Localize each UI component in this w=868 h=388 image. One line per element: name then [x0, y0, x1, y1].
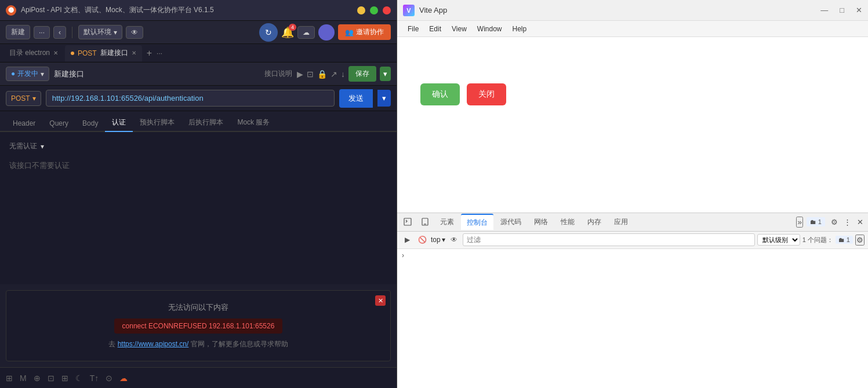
status-icon-settings[interactable]: ⊙ — [106, 374, 112, 383]
vite-close-button[interactable]: ✕ — [856, 6, 862, 14]
console-chevron[interactable]: › — [402, 251, 404, 259]
menu-view[interactable]: View — [447, 23, 471, 35]
devtools-tabs: 元素 控制台 源代码 网络 性能 内存 应用 — [397, 213, 868, 232]
vite-title-bar: V Vite App — □ ✕ — [397, 0, 868, 21]
window-controls — [357, 6, 391, 14]
close-button[interactable] — [383, 6, 391, 14]
tab-mock[interactable]: Mock 服务 — [230, 114, 277, 132]
vite-minimize-button[interactable]: — — [820, 6, 828, 14]
console-eye-button[interactable]: 👁 — [448, 233, 460, 246]
devtools-inspect-button[interactable] — [400, 214, 416, 230]
add-tab-button[interactable]: + — [143, 48, 155, 58]
vite-window: V Vite App — □ ✕ File Edit View Window H… — [397, 0, 868, 388]
status-icon-4[interactable]: ⊡ — [48, 374, 55, 383]
devtools-more-button[interactable]: ⋮ — [841, 218, 854, 226]
menu-help[interactable]: Help — [508, 23, 532, 35]
devtools-tab-console[interactable]: 控制台 — [461, 214, 493, 230]
tab-pre-script[interactable]: 预执行脚本 — [133, 114, 181, 132]
no-auth-description: 该接口不需要认证 — [9, 160, 387, 171]
cloud-button[interactable]: ☁ — [297, 26, 315, 39]
tab-electron-close[interactable]: ✕ — [53, 50, 58, 56]
close-app-button[interactable]: 关闭 — [467, 83, 506, 105]
menu-file[interactable]: File — [403, 23, 423, 35]
url-bar: POST ▾ 发送 ▾ — [0, 86, 397, 111]
devtools-settings-button[interactable]: ⚙ — [829, 218, 840, 226]
devtools-content: › — [397, 249, 868, 389]
more-button[interactable]: ··· — [34, 26, 50, 39]
auth-type-selector[interactable]: ▾ — [41, 142, 44, 151]
env-status-label: ● 开发中 — [11, 69, 38, 79]
maximize-button[interactable] — [370, 6, 378, 14]
console-settings-button[interactable]: ⚙ — [855, 235, 865, 246]
console-play-button[interactable]: ▶ — [401, 233, 413, 246]
env-status-dropdown: ▾ — [41, 70, 44, 78]
invite-button[interactable]: 👥 邀请协作 — [338, 24, 391, 40]
url-input[interactable] — [46, 90, 335, 107]
vite-buttons-area: 确认 关闭 — [420, 83, 506, 105]
status-icon-2[interactable]: M — [20, 374, 27, 383]
devtools-device-button[interactable] — [417, 214, 433, 230]
nav-back-button[interactable]: ‹ — [53, 26, 66, 39]
menu-window[interactable]: Window — [473, 23, 507, 35]
console-clear-button[interactable]: 🚫 — [416, 233, 428, 246]
copy-button[interactable]: ⊡ — [307, 69, 314, 79]
tabs-bar: 目录 electron ✕ POST 新建接口 ✕ + ··· — [0, 44, 397, 63]
method-selector[interactable]: POST ▾ — [6, 91, 41, 106]
status-icon-1[interactable]: ⊞ — [6, 374, 13, 383]
error-close-button[interactable]: ✕ — [375, 295, 386, 306]
tab-query[interactable]: Query — [42, 116, 75, 132]
top-selector[interactable]: top ▾ — [431, 236, 445, 244]
console-filter-input[interactable] — [463, 233, 755, 246]
notification-button[interactable]: 🔔 4 — [281, 26, 294, 39]
tab-post-script[interactable]: 后执行脚本 — [181, 114, 230, 132]
devtools-tab-network[interactable]: 网络 — [528, 214, 554, 230]
devtools-tab-performance[interactable]: 性能 — [555, 214, 580, 230]
tab-interface-label: 新建接口 — [100, 48, 128, 58]
tab-auth[interactable]: 认证 — [105, 114, 133, 132]
tab-electron[interactable]: 目录 electron ✕ — [3, 45, 64, 61]
save-dropdown-button[interactable]: ▾ — [380, 67, 391, 81]
devtools-tab-memory[interactable]: 内存 — [582, 214, 607, 230]
status-icon-cloud[interactable]: ☁ — [119, 374, 128, 383]
download-button[interactable]: ↓ — [341, 69, 345, 79]
lock-button[interactable]: 🔒 — [317, 69, 327, 79]
env-button[interactable]: 默认环境 ▾ — [78, 25, 122, 39]
tab-header[interactable]: Header — [6, 116, 42, 132]
new-button[interactable]: 新建 — [6, 25, 30, 39]
more-tabs-button[interactable]: ··· — [157, 49, 162, 57]
console-level-select[interactable]: 默认级别 — [757, 234, 800, 246]
confirm-button[interactable]: 确认 — [420, 83, 460, 105]
minimize-button[interactable] — [357, 6, 365, 14]
devtools-tab-elements[interactable]: 元素 — [434, 214, 460, 230]
env-dropdown-icon: ▾ — [114, 28, 117, 36]
vite-maximize-button[interactable]: □ — [840, 6, 844, 14]
devtools-tab-sources[interactable]: 源代码 — [495, 214, 527, 230]
status-icon-text[interactable]: T↑ — [90, 374, 99, 383]
issue-panel-badge: 🖿 1 — [836, 236, 853, 244]
play-button[interactable]: ▶ — [297, 69, 303, 79]
interface-actions: ▶ ⊡ 🔒 ↗ ↓ 保存 ▾ — [297, 66, 391, 82]
issue-count: 1 个问题： — [802, 236, 833, 244]
tab-new-interface[interactable]: POST 新建接口 ✕ — [65, 45, 142, 61]
console-bar: ▶ 🚫 top ▾ 👁 默认级别 1 个问题： 🖿 1 ⚙ — [397, 232, 868, 249]
interface-name: 新建接口 — [54, 69, 260, 79]
tab-interface-close[interactable]: ✕ — [132, 50, 136, 56]
share-button[interactable]: ↗ — [331, 69, 337, 79]
env-status-button[interactable]: ● 开发中 ▾ — [6, 67, 49, 81]
tab-body[interactable]: Body — [75, 116, 105, 132]
save-button[interactable]: 保存 — [348, 66, 376, 82]
status-icon-3[interactable]: ⊕ — [34, 374, 41, 383]
send-dropdown-button[interactable]: ▾ — [377, 90, 391, 107]
devtools-more-tabs[interactable]: » — [796, 217, 802, 228]
send-button[interactable]: 发送 — [339, 89, 373, 108]
method-label: POST — [11, 94, 30, 103]
menu-edit[interactable]: Edit — [424, 23, 446, 35]
error-website-link[interactable]: https://www.apipost.cn/ — [118, 340, 189, 348]
avatar-button[interactable] — [318, 24, 335, 41]
devtools-tab-application[interactable]: 应用 — [608, 214, 634, 230]
view-button[interactable]: 👁 — [126, 26, 143, 39]
refresh-button[interactable]: ↻ — [259, 23, 278, 42]
devtools-close-button[interactable]: ✕ — [855, 218, 866, 226]
status-icon-moon[interactable]: ☾ — [75, 374, 83, 383]
status-icon-5[interactable]: ⊞ — [61, 374, 68, 383]
